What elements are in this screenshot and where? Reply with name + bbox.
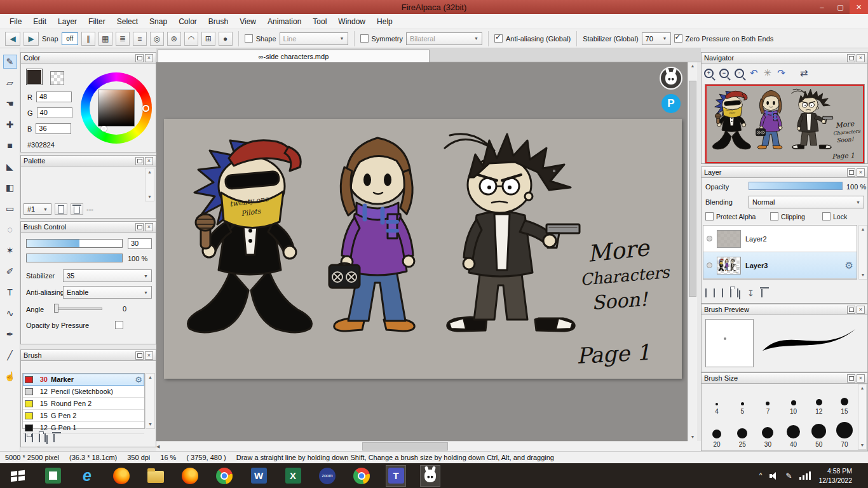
panel-close-button[interactable]: × [145, 54, 153, 62]
panel-float-button[interactable] [135, 351, 144, 360]
tool-text[interactable]: T [3, 285, 17, 299]
add-folder-button[interactable] [730, 289, 731, 297]
tool-select-pen[interactable]: ✐ [3, 264, 17, 278]
lock-checkbox[interactable] [822, 212, 831, 220]
drawing-canvas[interactable] [164, 119, 682, 379]
canvas-vertical-scrollbar[interactable]: ▲ ▼ [688, 62, 697, 441]
layer-row-layer3[interactable]: Layer3 ⚙ [703, 252, 857, 279]
shape-type-select[interactable]: Line ▼ [280, 32, 348, 45]
sv-marker[interactable] [101, 126, 107, 132]
p-badge[interactable]: P [661, 94, 681, 113]
taskbar-file-explorer[interactable] [146, 466, 165, 486]
taskbar-chrome-2[interactable] [352, 466, 371, 486]
palette-add-button[interactable] [55, 203, 67, 215]
layer-opacity-slider[interactable] [749, 182, 843, 190]
vertical-scroll-thumb[interactable] [689, 81, 696, 297]
brush-size-option[interactable]: 15 [832, 384, 857, 417]
antialias-select[interactable]: Enable ▼ [63, 286, 152, 299]
palette-select[interactable]: #1 ▼ [24, 203, 51, 215]
antialias-global-checkbox[interactable]: ✓ [494, 34, 503, 43]
visibility-icon[interactable] [707, 236, 712, 241]
title-bar[interactable]: FireAlpaca (32bit) – ▢ ✕ [0, 0, 868, 14]
snap-vanishing-icon[interactable]: ≣ [116, 32, 130, 46]
brush-size-option[interactable]: 70 [832, 417, 857, 450]
saturation-value-square[interactable] [98, 90, 135, 126]
rotate-reset-icon[interactable]: ✳ [764, 67, 772, 79]
minimize-button[interactable]: – [813, 0, 831, 14]
menu-tool[interactable]: Tool [307, 14, 332, 29]
brush-size-option[interactable]: 12 [806, 384, 832, 417]
tray-expand-icon[interactable]: ^ [759, 472, 763, 479]
taskbar-excel[interactable]: X [283, 466, 302, 486]
clock[interactable]: 4:58 PM 12/13/2022 [818, 466, 852, 484]
palette-scrollbar[interactable]: ▲ ▼ [145, 168, 154, 201]
brush-size-option[interactable]: 20 [704, 417, 729, 450]
panel-float-button[interactable] [847, 306, 855, 314]
snap-parallel-icon[interactable]: ∥ [81, 32, 95, 46]
workspace[interactable]: P [156, 62, 688, 441]
tool-select-rect[interactable]: ▭ [3, 201, 17, 215]
layer-row-layer2[interactable]: Layer2 [703, 226, 857, 252]
brush-row-marker[interactable]: 30 Marker ⚙ [23, 374, 144, 386]
panel-close-button[interactable]: × [145, 223, 153, 231]
brush-size-option[interactable]: 25 [729, 417, 755, 450]
color-wheel[interactable] [81, 72, 152, 144]
zero-pressure-checkbox[interactable]: ✓ [674, 34, 682, 43]
gear-icon[interactable]: ⚙ [845, 260, 853, 271]
angle-slider[interactable] [55, 308, 102, 310]
scroll-up-icon[interactable]: ▲ [860, 384, 865, 392]
panel-float-button[interactable] [135, 223, 144, 231]
navigator-thumbnail[interactable] [705, 84, 865, 164]
menu-layer[interactable]: Layer [52, 14, 83, 29]
menu-help[interactable]: Help [371, 14, 398, 29]
tool-pen[interactable]: ✒ [3, 327, 17, 341]
gear-icon[interactable]: ⚙ [135, 375, 142, 384]
b-field[interactable]: 36 [36, 123, 71, 134]
panel-close-button[interactable]: × [145, 157, 153, 165]
add-layer-button[interactable] [705, 289, 707, 297]
scroll-up-icon[interactable]: ▲ [861, 226, 865, 233]
panel-close-button[interactable]: × [857, 374, 865, 383]
panel-float-button[interactable] [847, 374, 855, 383]
brush-width-slider[interactable] [26, 239, 123, 248]
tool-magic-wand[interactable]: ✶ [3, 243, 17, 257]
tool-move[interactable]: ✚ [3, 118, 17, 132]
tool-hand[interactable]: ☝ [3, 369, 17, 383]
palette-delete-button[interactable] [71, 203, 83, 215]
horizontal-scroll-thumb[interactable] [362, 442, 448, 451]
taskbar-firealpaca[interactable] [421, 466, 440, 486]
menu-edit[interactable]: Edit [27, 14, 52, 29]
snap-vanish-point-icon[interactable]: ◎ [150, 32, 164, 46]
start-button[interactable] [0, 463, 36, 488]
opacity-pressure-checkbox[interactable] [115, 321, 123, 329]
blending-select[interactable]: Normal ▼ [749, 196, 864, 208]
brush-width-value[interactable]: 30 [128, 238, 152, 249]
scroll-down-icon[interactable]: ▼ [147, 193, 152, 201]
snap-dot-icon[interactable]: ● [219, 32, 233, 46]
clipping-checkbox[interactable] [770, 212, 778, 220]
tool-curve[interactable]: ∿ [3, 306, 17, 320]
taskbar-office[interactable] [43, 466, 62, 486]
taskbar-internet-explorer[interactable]: e [78, 466, 97, 486]
brush-size-scrollbar[interactable]: ▲ ▼ [858, 384, 867, 450]
protect-alpha-checkbox[interactable] [705, 212, 714, 220]
menu-animation[interactable]: Animation [262, 14, 307, 29]
brush-duplicate-button[interactable] [46, 434, 48, 442]
menu-select[interactable]: Select [111, 14, 144, 29]
stabilizer-select[interactable]: 35 ▼ [63, 269, 152, 282]
foreground-color-swatch[interactable] [26, 69, 43, 85]
snap-curve-icon[interactable]: ◠ [184, 32, 198, 46]
snap-off-button[interactable]: off [62, 32, 78, 45]
panel-close-button[interactable]: × [857, 168, 865, 177]
panel-close-button[interactable]: × [857, 306, 865, 314]
zoom-in-icon[interactable]: + [704, 69, 714, 78]
menu-brush[interactable]: Brush [203, 14, 234, 29]
volume-icon[interactable] [770, 472, 778, 480]
tool-bucket[interactable]: ◣ [3, 159, 17, 173]
panel-float-button[interactable] [135, 157, 144, 165]
document-tab[interactable]: ∞-side characters.mdp [158, 50, 430, 62]
taskbar-chrome[interactable] [215, 466, 234, 486]
tool-smudge[interactable]: ☚ [3, 97, 17, 111]
brush-size-option[interactable]: 30 [755, 417, 780, 450]
scroll-down-icon[interactable]: ▼ [860, 442, 865, 449]
